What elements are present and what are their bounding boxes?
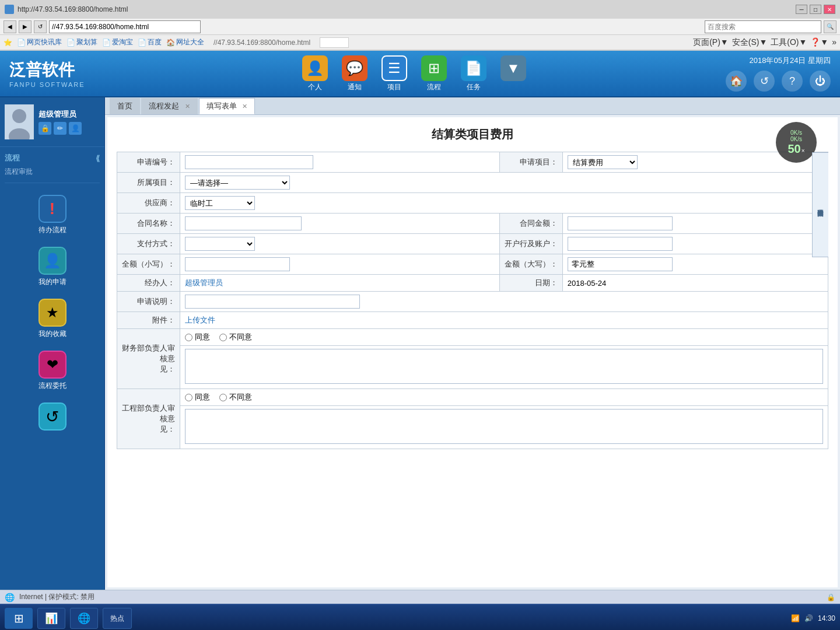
sidebar-item-delegate[interactable]: ❤ 流程委托 xyxy=(0,345,104,397)
table-row: 全额（小写）： 金额（大写）： xyxy=(117,254,828,275)
caiwu-agree-input[interactable] xyxy=(185,334,192,341)
nav-flow[interactable]: ⊞ 流程 xyxy=(421,55,447,92)
sidebar-item-refresh[interactable]: ↺ xyxy=(0,397,104,439)
table-row: 所属项目： —请选择— xyxy=(117,173,828,193)
nav-notice-label: 通知 xyxy=(348,82,362,92)
caiwu-disagree-radio[interactable]: 不同意 xyxy=(219,332,252,342)
gongyingshang-select[interactable]: 临时工 xyxy=(185,196,255,210)
bookmark-kuaixunku[interactable]: 📄 网页快讯库 xyxy=(17,37,62,47)
internet-icon: 🌐 xyxy=(5,593,15,602)
more-menu[interactable]: » xyxy=(832,37,836,48)
gongyingshang-field: 临时工 xyxy=(180,193,828,214)
back-button[interactable]: ◀ xyxy=(4,20,16,33)
tab-fill-form-close[interactable]: ✕ xyxy=(242,103,247,110)
sidebar-item-my-apply[interactable]: 👤 我的申请 xyxy=(0,241,104,293)
zhifu-fangshi-select[interactable] xyxy=(185,237,255,251)
bookmark-wangzhidaquan[interactable]: 🏠 网址大全 xyxy=(166,37,204,47)
form-area: 0K/s 0K/s 50 × 结算类项目费用查询 结算类项目费用 申请编号： xyxy=(107,117,838,587)
tab-flow-launch-close[interactable]: ✕ xyxy=(185,103,190,110)
sidebar-pending-label: 待办流程 xyxy=(38,225,66,235)
zhifu-fangshi-label: 支付方式： xyxy=(117,234,180,254)
tab-search-input[interactable] xyxy=(320,37,349,48)
refresh-action-button[interactable]: ↺ xyxy=(754,71,775,92)
kaihu-hang-input[interactable] xyxy=(568,237,673,251)
maximize-button[interactable]: □ xyxy=(810,5,821,14)
refresh-button[interactable]: ↺ xyxy=(34,20,47,33)
caiwu-disagree-input[interactable] xyxy=(219,334,227,341)
suoshu-xiangmu-select[interactable]: —请选择— xyxy=(185,176,290,190)
nav-project[interactable]: ☰ 项目 xyxy=(382,55,407,92)
caiwu-agree-radio[interactable]: 同意 xyxy=(185,332,210,342)
tab-fill-form[interactable]: 填写表单 ✕ xyxy=(199,98,256,114)
minimize-button[interactable]: ─ xyxy=(796,5,807,14)
shenqing-shuoming-input[interactable] xyxy=(185,295,360,309)
hetong-jine-input[interactable] xyxy=(568,216,673,230)
shenqing-bianhao-input[interactable] xyxy=(185,155,313,169)
gongcheng-agree-input[interactable] xyxy=(185,394,192,401)
gongyingshang-label: 供应商： xyxy=(117,193,180,214)
content-tabs: 首页 流程发起 ✕ 填写表单 ✕ xyxy=(105,97,840,115)
help-action-button[interactable]: ? xyxy=(782,71,803,92)
close-button[interactable]: ✕ xyxy=(824,5,835,14)
jingbanren-link[interactable]: 超级管理员 xyxy=(185,278,223,287)
table-row: 申请编号： 申请项目： 结算费用 xyxy=(117,152,828,173)
nav-personal-label: 个人 xyxy=(308,82,322,92)
forward-button[interactable]: ▶ xyxy=(19,20,32,33)
pending-flow-icon: ! xyxy=(38,195,66,223)
table-row: 合同名称： 合同金额： xyxy=(117,214,828,234)
tab-flow-launch[interactable]: 流程发起 ✕ xyxy=(141,98,198,114)
shenqing-xiangmu-select[interactable]: 结算费用 xyxy=(568,155,638,169)
power-action-button[interactable]: ⏻ xyxy=(810,71,831,92)
search-input[interactable] xyxy=(705,20,821,33)
hetong-mingcheng-input[interactable] xyxy=(185,216,302,230)
bookmarks-bar: ⭐ 📄 网页快讯库 📄 聚划算 📄 爱淘宝 📄 百度 🏠 网址大全 //47.9… xyxy=(0,35,840,50)
sidebar-item-favorites[interactable]: ★ 我的收藏 xyxy=(0,293,104,345)
user-lock-icon[interactable]: 🔒 xyxy=(38,122,51,135)
tools-menu[interactable]: 工具(O)▼ xyxy=(771,37,807,48)
nav-task[interactable]: 📄 任务 xyxy=(461,55,487,92)
sidebar-user: 超级管理员 🔒 ✏ 👤 xyxy=(0,97,104,147)
start-button[interactable]: ⊞ xyxy=(5,608,33,629)
user-profile-icon[interactable]: 👤 xyxy=(69,122,82,135)
jine-xiaoxie-input[interactable] xyxy=(185,257,290,271)
nav-personal[interactable]: 👤 个人 xyxy=(302,55,328,92)
app-header: 泛普软件 FANPU SOFTWARE 👤 个人 💬 通知 ☰ 项目 ⊞ 流程 … xyxy=(0,51,840,97)
side-label-strip[interactable]: 结算类项目费用查询 xyxy=(812,152,828,257)
gongcheng-agree-radio[interactable]: 同意 xyxy=(185,392,210,402)
section-collapse-icon[interactable]: ⟪ xyxy=(96,154,100,163)
user-edit-icon[interactable]: ✏ xyxy=(54,122,66,135)
gongcheng-disagree-radio[interactable]: 不同意 xyxy=(219,392,252,402)
bookmark-aitaobao[interactable]: 📄 爱淘宝 xyxy=(102,37,133,47)
app-logo: 泛普软件 FANPU SOFTWARE xyxy=(9,59,85,88)
taskbar-excel[interactable]: 📊 xyxy=(37,608,65,629)
gongcheng-disagree-input[interactable] xyxy=(219,394,227,401)
table-row: 附件： 上传文件 xyxy=(117,312,828,329)
page-menu[interactable]: 页面(P)▼ xyxy=(693,37,729,48)
security-menu[interactable]: 安全(S)▼ xyxy=(732,37,768,48)
bookmark-juhuasuan[interactable]: 📄 聚划算 xyxy=(66,37,97,47)
nav-more[interactable]: ▼ xyxy=(501,55,526,92)
home-action-button[interactable]: 🏠 xyxy=(726,71,747,92)
sidebar-item-pending[interactable]: ! 待办流程 xyxy=(0,189,104,241)
jingbanren-label: 经办人： xyxy=(117,275,180,292)
gongcheng-disagree-label: 不同意 xyxy=(229,392,252,402)
search-button[interactable]: 🔍 xyxy=(824,20,836,33)
jine-daxie-input[interactable] xyxy=(568,257,673,271)
gongcheng-radio-field: 同意 不同意 xyxy=(180,389,828,406)
gongcheng-textarea[interactable] xyxy=(185,409,823,444)
address-input[interactable] xyxy=(49,20,201,33)
bookmark-baidu[interactable]: 📄 百度 xyxy=(138,37,162,47)
taskbar-browser[interactable]: 🌐 xyxy=(70,608,98,629)
refresh-flow-icon: ↺ xyxy=(38,402,66,430)
caiwu-textarea[interactable] xyxy=(185,349,823,384)
header-actions: 🏠 ↺ ? ⏻ xyxy=(726,71,831,92)
fujian-label: 附件： xyxy=(117,312,180,329)
browser-tools: 页面(P)▼ 安全(S)▼ 工具(O)▼ ❓▼ » xyxy=(693,37,836,48)
upload-link[interactable]: 上传文件 xyxy=(185,316,215,324)
window-controls: ─ □ ✕ xyxy=(796,5,835,14)
nav-notice[interactable]: 💬 通知 xyxy=(342,55,368,92)
help-menu[interactable]: ❓▼ xyxy=(810,37,828,48)
taskbar-hotspot[interactable]: 热点 xyxy=(103,608,132,629)
tab-home[interactable]: 首页 xyxy=(110,98,140,114)
gongcheng-label: 工程部负责人审核意 见： xyxy=(117,389,180,449)
